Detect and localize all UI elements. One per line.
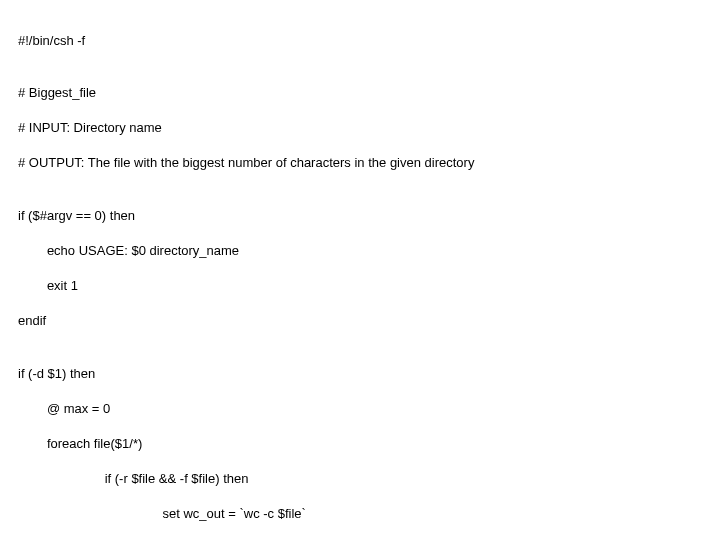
code-line: exit 1 xyxy=(18,277,702,295)
code-line: @ max = 0 xyxy=(18,400,702,418)
code-line: # Biggest_file xyxy=(18,84,702,102)
code-line: if (-r $file && -f $file) then xyxy=(18,470,702,488)
code-document: #!/bin/csh -f # Biggest_file # INPUT: Di… xyxy=(0,0,720,540)
code-line: if (-d $1) then xyxy=(18,365,702,383)
code-line: echo USAGE: $0 directory_name xyxy=(18,242,702,260)
code-line: # INPUT: Directory name xyxy=(18,119,702,137)
code-line: #!/bin/csh -f xyxy=(18,32,702,50)
code-line: # OUTPUT: The file with the biggest numb… xyxy=(18,154,702,172)
code-line: set wc_out = `wc -c $file` xyxy=(18,505,702,523)
code-line: if ($#argv == 0) then xyxy=(18,207,702,225)
code-line: foreach file($1/*) xyxy=(18,435,702,453)
code-line: endif xyxy=(18,312,702,330)
